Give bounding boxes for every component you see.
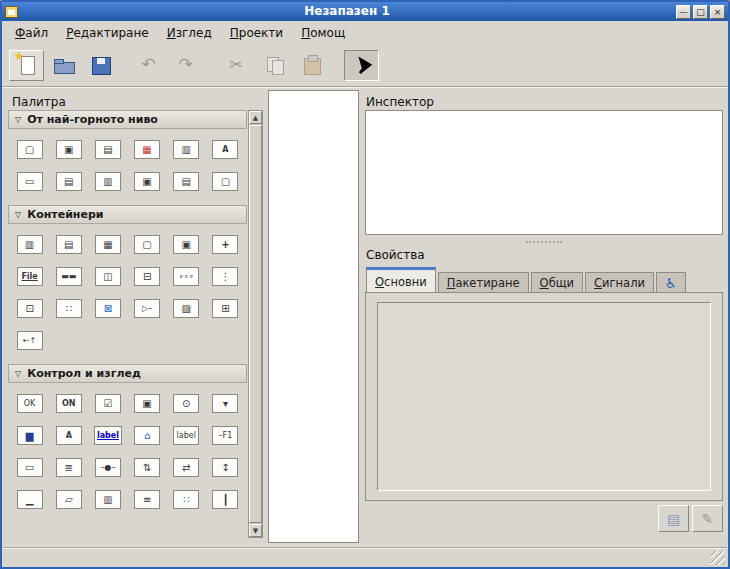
palette-item-scrolled-window[interactable]: ⊞ xyxy=(206,292,245,324)
new-button[interactable] xyxy=(9,50,44,81)
palette-item-font-selection-dialog[interactable]: ▤ xyxy=(49,165,88,197)
palette-item-menubar-widget[interactable]: File xyxy=(10,260,49,292)
tab-packing[interactable]: Пакетиране xyxy=(438,272,529,293)
palette-item-link-button[interactable]: label xyxy=(88,419,127,451)
palette-item-radio-button[interactable]: ⊙ xyxy=(167,387,206,419)
palette-item-viewport[interactable]: ⊡ xyxy=(10,292,49,324)
menu-item-view[interactable]: Изглед xyxy=(158,23,221,43)
palette-item-entry[interactable]: ▭ xyxy=(10,451,49,483)
palette-item-color-button[interactable]: ⌂ xyxy=(128,419,167,451)
separator-icon: ┃ xyxy=(212,490,238,509)
palette-item-combo-box-entry[interactable]: ▾ xyxy=(206,387,245,419)
palette-item-vbox[interactable]: ▤ xyxy=(49,228,88,260)
palette-item-hpaned[interactable]: ◫ xyxy=(88,260,127,292)
palette-item-layout[interactable]: ▨ xyxy=(167,292,206,324)
palette-item-expander[interactable]: ▷– xyxy=(128,292,167,324)
menu-label: зглед xyxy=(176,26,212,40)
menu-item-projects[interactable]: Проекти xyxy=(221,23,292,43)
palette-item-toolbar-widget[interactable]: ▬▬ xyxy=(49,260,88,292)
palette-section-header-2[interactable]: ▽Контрол и изглед xyxy=(8,364,247,383)
assistant-icon: ▢ xyxy=(212,172,238,191)
palette-item-table[interactable]: ▦ xyxy=(88,228,127,260)
palette-item-vpaned[interactable]: ⊟ xyxy=(128,260,167,292)
palette-item-separator[interactable]: ┃ xyxy=(206,483,245,515)
handle-box-icon: ▥ xyxy=(95,490,121,509)
palette-item-message-dialog[interactable]: ▤ xyxy=(88,133,127,165)
palette-item-iconview[interactable]: ∷ xyxy=(49,292,88,324)
pointer-button[interactable] xyxy=(344,50,379,81)
palette-item-assistant[interactable]: ▢ xyxy=(206,165,245,197)
palette-item-handle-box[interactable]: ▥ xyxy=(88,483,127,515)
palette-item-image[interactable]: ▆ xyxy=(10,419,49,451)
palette-item-icon-view[interactable]: ∷ xyxy=(167,483,206,515)
palette-item-notebook[interactable]: ▣ xyxy=(167,228,206,260)
palette-item-combo-box[interactable]: ▣ xyxy=(128,387,167,419)
palette-item-fixed[interactable]: + xyxy=(206,228,245,260)
info-button[interactable]: ▤ xyxy=(658,505,689,532)
icon-view-icon: ∷ xyxy=(173,490,199,509)
tab-accel: П xyxy=(447,276,456,290)
palette-item-spin-button[interactable]: ⇅ xyxy=(128,451,167,483)
save-button[interactable] xyxy=(83,50,118,81)
menu-item-file[interactable]: Файл xyxy=(6,23,57,43)
resize-grip-icon[interactable] xyxy=(711,551,725,565)
palette-item-button[interactable]: OK xyxy=(10,387,49,419)
open-button[interactable] xyxy=(46,50,81,81)
palette-item-check-button[interactable]: ☑ xyxy=(88,387,127,419)
scroll-down-icon[interactable]: ▼ xyxy=(249,524,262,537)
palette-item-eventbox[interactable]: ⊠ xyxy=(88,292,127,324)
menu-accel: П xyxy=(301,26,310,40)
palette-item-window[interactable]: ▢ xyxy=(10,133,49,165)
paste-button xyxy=(294,50,329,81)
tab-accessibility[interactable]: ♿ xyxy=(656,272,686,293)
palette-item-dialog[interactable]: ▣ xyxy=(49,133,88,165)
tab-common[interactable]: Общи xyxy=(531,272,583,293)
palette-item-list-dialog[interactable]: ▤ xyxy=(167,165,206,197)
inspector-panel[interactable] xyxy=(365,110,723,235)
palette-item-hbuttonbox[interactable]: ∘∘∘ xyxy=(167,260,206,292)
palette-scrollbar[interactable]: ▲ ▼ xyxy=(248,110,263,538)
scrollbar-thumb[interactable] xyxy=(249,125,262,523)
palette-item-progress-bar[interactable]: ▱ xyxy=(49,483,88,515)
palette-item-frame[interactable]: ▢ xyxy=(128,228,167,260)
palette-item-color-selection-dialog[interactable]: ▦ xyxy=(128,133,167,165)
menu-item-edit[interactable]: Редактиране xyxy=(57,23,158,43)
palette-item-statusbar-widget[interactable]: ▁ xyxy=(10,483,49,515)
close-button[interactable]: × xyxy=(710,5,725,19)
palette-item-hscrollbar[interactable]: ⇄ xyxy=(167,451,206,483)
check-button-icon: ☑ xyxy=(95,394,121,413)
palette-item-vscrollbar[interactable]: ↕ xyxy=(206,451,245,483)
palette-item-hscale[interactable]: –●– xyxy=(88,451,127,483)
palette-item-input-dialog[interactable]: ▭ xyxy=(10,165,49,197)
palette-item-text-label[interactable]: A xyxy=(49,419,88,451)
workspace-panel[interactable] xyxy=(268,90,359,543)
palette-item-list[interactable]: ≡ xyxy=(128,483,167,515)
palette-item-toggle-button[interactable]: ON xyxy=(49,387,88,419)
palette-item-text-view[interactable]: ≣ xyxy=(49,451,88,483)
tab-general[interactable]: Основни xyxy=(366,267,436,293)
palette-item-about-dialog[interactable]: A xyxy=(206,133,245,165)
scroll-up-icon[interactable]: ▲ xyxy=(249,111,262,124)
tab-signals[interactable]: Сигнали xyxy=(585,272,654,293)
pointer-icon xyxy=(350,54,374,76)
palette-item-accel-label[interactable]: –F1 xyxy=(206,419,245,451)
palette-section-header-0[interactable]: ▽От най-горното ниво xyxy=(8,110,247,129)
palette-item-file-chooser-dialog[interactable]: ▥ xyxy=(88,165,127,197)
paned-handle[interactable] xyxy=(365,238,723,245)
hscale-icon: –●– xyxy=(95,458,121,477)
minimize-button[interactable]: — xyxy=(676,5,691,19)
palette-item-file-selection-dialog[interactable]: ▥ xyxy=(167,133,206,165)
palette-item-hbox[interactable]: ▥ xyxy=(10,228,49,260)
file-selection-dialog-icon: ▥ xyxy=(173,140,199,159)
file-chooser-dialog-icon: ▥ xyxy=(95,172,121,191)
palette-item-print-dialog[interactable]: ▣ xyxy=(128,165,167,197)
vbuttonbox-icon: ⋮ xyxy=(212,267,238,286)
titlebar[interactable]: Незапазен 1 —□× xyxy=(2,2,728,21)
palette-item-alignment[interactable]: ←↑ xyxy=(10,324,49,356)
menu-item-help[interactable]: Помощ xyxy=(292,23,354,43)
maximize-button[interactable]: □ xyxy=(693,5,708,19)
edit-button[interactable]: ✎ xyxy=(692,505,723,532)
palette-section-header-1[interactable]: ▽Контейнери xyxy=(8,205,247,224)
palette-item-vbuttonbox[interactable]: ⋮ xyxy=(206,260,245,292)
palette-item-label[interactable]: label xyxy=(167,419,206,451)
